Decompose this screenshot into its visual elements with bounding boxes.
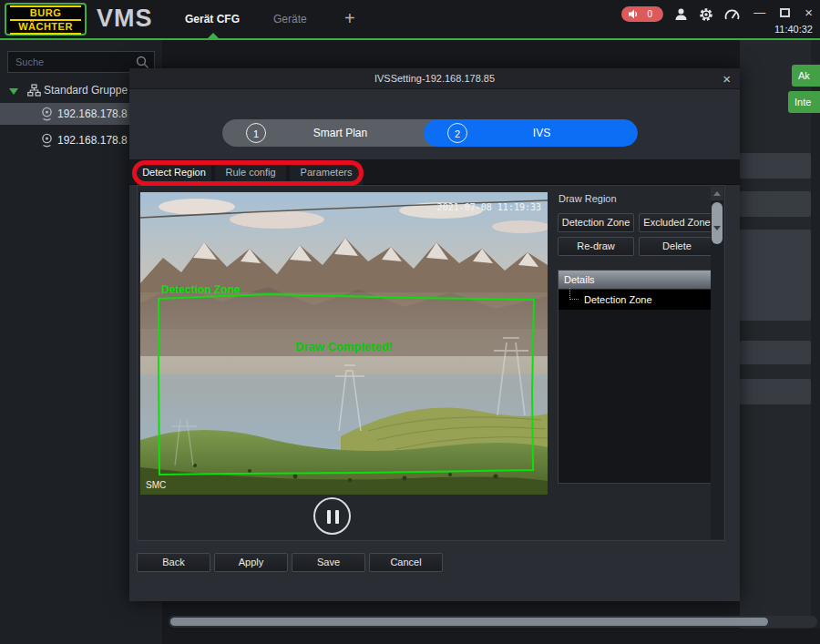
brand-line1: BURG [10, 5, 81, 21]
group-label: Standard Gruppe [44, 84, 128, 97]
minimize-button[interactable]: — [753, 5, 765, 20]
delete-button[interactable]: Delete [639, 237, 715, 256]
ivs-setting-dialog: IVSSetting-192.168.178.85 × 1 Smart Plan… [129, 68, 740, 601]
details-panel: Details Detection Zone [558, 270, 715, 484]
background-panel [740, 230, 811, 321]
draw-region-controls: Draw Region Detection Zone Excluded Zone… [558, 191, 715, 484]
vertical-scrollbar[interactable] [711, 187, 723, 539]
tree-connector [569, 288, 579, 300]
background-row [740, 191, 811, 217]
vertical-scrollbar-thumb[interactable] [712, 202, 723, 244]
detection-zone-button[interactable]: Detection Zone [558, 213, 634, 232]
step-smart-plan[interactable]: 1 Smart Plan [222, 119, 436, 147]
dialog-footer: Back Apply Save Cancel [137, 553, 443, 572]
details-item-detection-zone[interactable]: Detection Zone [559, 290, 714, 310]
back-button[interactable]: Back [137, 553, 210, 572]
pause-icon [335, 510, 339, 524]
speaker-icon [629, 9, 640, 19]
apply-button[interactable]: Apply [214, 553, 288, 572]
search-input[interactable] [8, 52, 134, 72]
step-ivs[interactable]: 2 IVS [424, 119, 638, 147]
device-label: 192.168.178.8 [57, 107, 128, 120]
tab-geraete[interactable]: Geräte [273, 0, 307, 38]
vms-application-window: BURG WÄCHTER VMS Gerät CFG Geräte + 0 [0, 0, 820, 644]
triangle-down-icon [713, 226, 721, 230]
details-list: Detection Zone [559, 290, 714, 483]
excluded-zone-button[interactable]: Excluded Zone [639, 213, 715, 232]
sub-tab-strip: Detect Region Rule config Parameters [129, 159, 740, 185]
close-window-button[interactable]: × [805, 5, 813, 20]
zone-label-overlay: Detection Zone [161, 283, 241, 296]
tab-detect-region[interactable]: Detect Region [137, 161, 211, 185]
step-label: IVS [467, 127, 616, 139]
wizard-stepper: 1 Smart Plan 2 IVS [222, 119, 638, 147]
dialog-title: IVSSetting-192.168.178.85 [129, 68, 740, 89]
dialog-close-icon[interactable]: × [723, 69, 731, 88]
top-bar: BURG WÄCHTER VMS Gerät CFG Geräte + 0 [0, 0, 820, 40]
user-icon[interactable] [674, 7, 688, 21]
camera-icon [40, 107, 54, 121]
step-number: 1 [246, 123, 266, 143]
redraw-button[interactable]: Re-draw [558, 237, 634, 256]
scroll-up-button[interactable] [711, 187, 723, 200]
tab-parameters[interactable]: Parameters [290, 161, 363, 185]
save-button[interactable]: Save [292, 553, 365, 572]
details-item-label: Detection Zone [584, 294, 652, 305]
add-tab-button[interactable]: + [344, 0, 355, 38]
clock: 11:40:32 [774, 24, 813, 35]
video-timestamp: 2021-07-08 11:19:33 [437, 202, 541, 212]
cancel-button[interactable]: Cancel [369, 553, 443, 572]
step-number: 2 [447, 123, 467, 143]
detect-region-panel: Detection Zone Draw Completed! 2021-07-0… [137, 185, 725, 541]
camera-scene: Detection Zone Draw Completed! 2021-07-0… [140, 192, 548, 495]
camera-video-preview[interactable]: Detection Zone Draw Completed! 2021-07-0… [140, 192, 548, 495]
background-intelligence-button[interactable]: Inte [788, 91, 820, 113]
horizontal-scrollbar[interactable] [169, 616, 817, 628]
search-icon[interactable] [136, 56, 149, 69]
horizontal-scrollbar-thumb[interactable] [170, 618, 768, 626]
dialog-title-bar: IVSSetting-192.168.178.85 × [129, 68, 740, 89]
alarm-badge[interactable]: 0 [621, 6, 663, 22]
product-name: VMS [97, 5, 153, 33]
camera-icon [40, 133, 54, 148]
background-row [740, 379, 811, 404]
background-row [740, 153, 811, 179]
camera-name-overlay: SMC [146, 480, 166, 490]
background-content [740, 40, 820, 629]
background-row [740, 341, 811, 364]
device-label: 192.168.178.8 [57, 134, 128, 147]
background-activate-button[interactable]: Ak [792, 65, 820, 87]
step-label: Smart Plan [266, 127, 415, 139]
draw-region-title: Draw Region [559, 193, 715, 204]
performance-gauge-icon[interactable] [724, 8, 740, 21]
background-column [811, 40, 820, 629]
brand-line2: WÄCHTER [10, 21, 81, 35]
burg-waechter-logo: BURG WÄCHTER [5, 3, 87, 36]
group-icon [27, 84, 41, 97]
maximize-button[interactable] [780, 8, 790, 17]
alarm-count: 0 [647, 9, 652, 19]
details-header: Details [559, 271, 714, 289]
active-tab-indicator [208, 33, 219, 38]
tree-expand-icon[interactable] [9, 88, 18, 95]
triangle-up-icon [713, 191, 721, 196]
pause-button[interactable] [313, 497, 351, 535]
settings-gear-icon[interactable] [699, 7, 713, 22]
draw-completed-overlay: Draw Completed! [295, 340, 393, 353]
tab-rule-config[interactable]: Rule config [215, 161, 286, 185]
pause-icon [327, 510, 331, 524]
